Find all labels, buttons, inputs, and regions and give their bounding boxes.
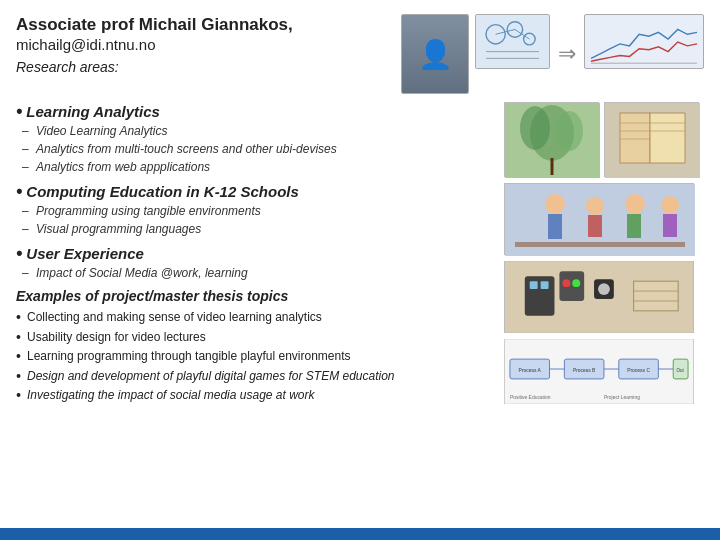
ux-sub-item-1: Impact of Social Media @work, learning — [36, 264, 496, 282]
svg-rect-35 — [530, 281, 538, 289]
bullet-dot-la: • — [16, 102, 22, 120]
plant-svg — [505, 103, 600, 178]
example-text-3: Learning programming through tangible pl… — [27, 347, 351, 366]
learning-analytics-section: • Learning Analytics Video Learning Anal… — [16, 102, 496, 176]
prof-portrait-image: 👤 — [401, 14, 469, 94]
svg-rect-27 — [588, 215, 602, 237]
research-areas-label: Research areas: — [16, 59, 391, 75]
svg-rect-8 — [586, 15, 702, 68]
right-image-book — [604, 102, 699, 177]
svg-text:Positive Education: Positive Education — [510, 395, 551, 400]
svg-text:Process A: Process A — [519, 368, 542, 373]
computing-education-sublist: Programming using tangible environments … — [16, 202, 496, 238]
svg-point-24 — [545, 194, 565, 214]
svg-rect-17 — [650, 113, 685, 163]
computing-education-section: • Computing Education in K-12 Schools Pr… — [16, 182, 496, 238]
la-sub-item-1: Video Learning Analytics — [36, 122, 496, 140]
learning-analytics-sublist: Video Learning Analytics Analytics from … — [16, 122, 496, 176]
example-bullet-4: • — [16, 367, 22, 387]
ce-sub-item-2: Visual programming languages — [36, 220, 496, 238]
user-experience-sublist: Impact of Social Media @work, learning — [16, 264, 496, 282]
examples-section: Examples of project/master thesis topics… — [16, 288, 496, 406]
user-experience-label: User Experience — [26, 245, 144, 262]
svg-rect-42 — [634, 281, 679, 311]
book-svg — [605, 103, 700, 178]
example-bullet-1: • — [16, 308, 22, 328]
header-row: Associate prof Michail Giannakos, michai… — [16, 14, 704, 94]
content-area: • Learning Analytics Video Learning Anal… — [16, 102, 704, 540]
computing-education-label: Computing Education in K-12 Schools — [26, 183, 299, 200]
example-text-2: Usability design for video lectures — [27, 328, 206, 347]
header-images: 👤 ⇒ — [401, 14, 704, 94]
bullet-dot-ce: • — [16, 182, 22, 200]
example-text-5: Investigating the impact of social media… — [27, 386, 314, 405]
main-container: Associate prof Michail Giannakos, michai… — [0, 0, 720, 540]
svg-point-12 — [520, 106, 550, 150]
example-bullet-2: • — [16, 328, 22, 348]
example-bullet-3: • — [16, 347, 22, 367]
example-item-3: • Learning programming through tangible … — [16, 347, 496, 367]
svg-point-30 — [661, 196, 679, 214]
svg-point-26 — [586, 197, 604, 215]
robot-svg — [505, 261, 693, 333]
right-images-top-row — [504, 102, 704, 177]
right-image-plant — [504, 102, 599, 177]
example-bullet-5: • — [16, 386, 22, 406]
bottom-bar — [0, 528, 720, 540]
small-chart-image — [475, 14, 550, 69]
la-sub-item-3: Analytics from web appplications — [36, 158, 496, 176]
svg-rect-0 — [476, 15, 548, 68]
svg-text:Out: Out — [677, 368, 685, 373]
user-experience-section: • User Experience Impact of Social Media… — [16, 244, 496, 282]
children-svg — [505, 184, 695, 256]
computing-education-title: • Computing Education in K-12 Schools — [16, 182, 496, 200]
example-item-4: • Design and development of playful digi… — [16, 367, 496, 387]
svg-rect-29 — [627, 214, 641, 238]
prof-email: michailg@idi.ntnu.no — [16, 36, 391, 53]
arrow-icon: ⇒ — [556, 41, 578, 67]
svg-rect-31 — [663, 214, 677, 237]
svg-point-39 — [572, 279, 580, 287]
la-sub-item-2: Analytics from multi-touch screens and o… — [36, 140, 496, 158]
learning-analytics-title: • Learning Analytics — [16, 102, 496, 120]
prof-name-line1: Associate prof Michail Giannakos, — [16, 14, 391, 36]
learning-analytics-label: Learning Analytics — [26, 103, 160, 120]
svg-text:Process C: Process C — [627, 368, 650, 373]
left-content: • Learning Analytics Video Learning Anal… — [16, 102, 504, 540]
svg-rect-16 — [620, 113, 650, 163]
user-experience-title: • User Experience — [16, 244, 496, 262]
portrait-silhouette: 👤 — [402, 15, 468, 93]
example-text-1: Collecting and making sense of video lea… — [27, 308, 322, 327]
example-text-4: Design and development of playful digita… — [27, 367, 395, 386]
example-item-5: • Investigating the impact of social med… — [16, 386, 496, 406]
diagram-svg: Process A Process B Process C Out Positi… — [505, 339, 693, 404]
svg-point-41 — [598, 283, 610, 295]
ce-sub-item-1: Programming using tangible environments — [36, 202, 496, 220]
svg-rect-32 — [515, 242, 685, 247]
examples-list: • Collecting and making sense of video l… — [16, 308, 496, 406]
svg-text:Process B: Process B — [573, 368, 596, 373]
right-images-column: Process A Process B Process C Out Positi… — [504, 102, 704, 540]
svg-rect-34 — [525, 276, 555, 316]
svg-rect-36 — [541, 281, 549, 289]
chart-svg-large — [585, 15, 703, 68]
chart-svg-small — [476, 15, 549, 68]
svg-rect-25 — [548, 214, 562, 239]
example-item-2: • Usability design for video lectures — [16, 328, 496, 348]
svg-rect-37 — [559, 271, 584, 301]
bullet-dot-ux: • — [16, 244, 22, 262]
examples-title: Examples of project/master thesis topics — [16, 288, 496, 304]
example-item-1: • Collecting and making sense of video l… — [16, 308, 496, 328]
large-chart-image — [584, 14, 704, 69]
svg-point-13 — [555, 111, 583, 151]
right-image-diagram: Process A Process B Process C Out Positi… — [504, 339, 694, 404]
svg-point-38 — [562, 279, 570, 287]
right-image-robot — [504, 261, 694, 333]
svg-point-28 — [625, 194, 645, 214]
right-image-children — [504, 183, 694, 255]
header-text: Associate prof Michail Giannakos, michai… — [16, 14, 391, 77]
svg-text:Project Learning: Project Learning — [604, 395, 640, 400]
